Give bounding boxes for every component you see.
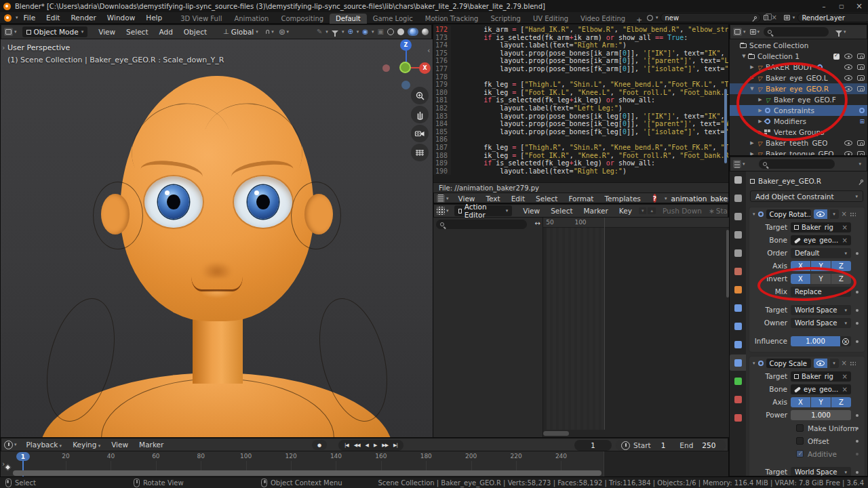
- properties-tab-object[interactable]: [730, 281, 746, 298]
- animate-dot[interactable]: [856, 414, 859, 417]
- axis-toggle-y[interactable]: Y: [811, 274, 831, 284]
- rig-control-ear-right[interactable]: [291, 182, 341, 249]
- tab-3d-view-full[interactable]: 3D View Full: [174, 14, 228, 24]
- tab-uv-editing[interactable]: UV Editing: [527, 14, 574, 24]
- next-keyframe-button[interactable]: ▶▶: [380, 443, 390, 448]
- code-line[interactable]: 188 ik_leg = ["Foot_IK.R", "Knee.R", "Fo…: [433, 152, 729, 160]
- tab-default[interactable]: Default: [330, 14, 367, 24]
- start-value[interactable]: 1: [661, 441, 666, 449]
- constraint-enable-toggle[interactable]: [814, 209, 827, 219]
- visibility-eye-icon[interactable]: [844, 86, 852, 92]
- xray-toggle-icon[interactable]: ▣: [378, 28, 384, 35]
- collapse-icon[interactable]: ▼: [741, 54, 747, 59]
- dope-ruler[interactable]: 50100: [543, 218, 730, 228]
- expand-icon[interactable]: ▶: [757, 108, 764, 113]
- axis-toggle-z[interactable]: Z: [831, 261, 851, 271]
- outliner-row-vertex-groups[interactable]: ▶Vertex Groups: [730, 127, 868, 138]
- properties-tab-view-layer[interactable]: [730, 226, 746, 243]
- properties-tab-modifiers[interactable]: [730, 300, 746, 316]
- shading-wireframe-icon[interactable]: [387, 28, 394, 35]
- dope-mode-selector[interactable]: Action Editor ▾: [454, 205, 513, 216]
- timeline-scrollbar[interactable]: [13, 470, 601, 476]
- axis-toggle-y[interactable]: Y: [811, 261, 831, 271]
- dopesheet-menu-select[interactable]: Select: [545, 207, 578, 215]
- blender-menu-icon[interactable]: [4, 14, 12, 22]
- viewport-menu-select[interactable]: Select: [121, 28, 153, 36]
- dopesheet-menu-marker[interactable]: Marker: [578, 207, 614, 215]
- gizmo-neg-z-axis[interactable]: [401, 81, 410, 89]
- clear-icon[interactable]: ×: [842, 224, 848, 231]
- expand-icon[interactable]: ▶: [757, 119, 764, 124]
- animate-dot[interactable]: [856, 440, 859, 443]
- toolbar-toggle-icon[interactable]: ›: [2, 43, 5, 52]
- render-visibility-icon[interactable]: [857, 64, 865, 70]
- dropdown-field[interactable]: World Space▾: [791, 305, 851, 315]
- collection-checkbox[interactable]: [833, 54, 840, 60]
- viewport-menu-view[interactable]: View: [93, 28, 121, 36]
- keyframe-region[interactable]: 50100: [543, 218, 730, 438]
- editor-type-dropdown[interactable]: ▾: [1, 441, 20, 449]
- filter-visibility-icon[interactable]: [332, 30, 338, 34]
- clear-icon[interactable]: ×: [842, 386, 848, 393]
- viewport-canvas[interactable]: › User Perspective (1) Scene Collection …: [1, 39, 433, 438]
- add-object-constraint-button[interactable]: Add Object Constraint ▾: [750, 190, 863, 202]
- play-reverse-button[interactable]: ◀: [363, 443, 370, 448]
- properties-tab-tool[interactable]: [730, 171, 746, 188]
- end-value[interactable]: 250: [702, 441, 715, 449]
- gizmos-toggle-icon[interactable]: ⊕: [347, 28, 353, 35]
- render-visibility-icon[interactable]: [857, 140, 865, 146]
- menu-render[interactable]: Render: [65, 14, 101, 22]
- mode-selector[interactable]: Object Mode ▾: [22, 26, 88, 37]
- checkbox[interactable]: [796, 424, 804, 432]
- render-visibility-icon[interactable]: [857, 75, 865, 81]
- stash-button[interactable]: Sta: [716, 207, 728, 215]
- editor-type-dropdown[interactable]: ▾: [730, 160, 748, 168]
- expand-icon[interactable]: ▶: [757, 97, 764, 102]
- code-line[interactable]: 184 layout.prop(pose_bones[ik_leg[0]], '…: [433, 120, 729, 128]
- view-layer-field[interactable]: RenderLayer: [797, 13, 868, 22]
- timeline-menu-keying[interactable]: Keying ▾: [67, 441, 106, 449]
- dropdown-field[interactable]: World Space▾: [791, 467, 851, 476]
- expand-icon[interactable]: ▶: [757, 129, 764, 135]
- pin-icon[interactable]: [860, 179, 864, 183]
- properties-tab-particles[interactable]: [730, 318, 746, 334]
- zoom-tool-button[interactable]: [411, 87, 429, 104]
- animate-dot[interactable]: [856, 252, 859, 255]
- render-visibility-icon[interactable]: [857, 151, 865, 156]
- breadcrumb-object-name[interactable]: Baker_eye_GEO.R: [758, 177, 821, 185]
- expand-icon[interactable]: ▶: [749, 64, 755, 70]
- minimize-button[interactable]: [815, 0, 833, 12]
- constraint-name-field[interactable]: Copy Scale: [766, 359, 811, 368]
- axis-toggle-z[interactable]: Z: [831, 397, 851, 407]
- jump-to-end-button[interactable]: ▶|: [391, 443, 399, 448]
- delete-constraint-icon[interactable]: ×: [842, 211, 847, 218]
- collapse-icon[interactable]: ▾: [753, 361, 755, 366]
- clear-icon[interactable]: ×: [842, 237, 848, 244]
- constraint-extras-dropdown[interactable]: ▾: [830, 209, 839, 219]
- checkbox[interactable]: [796, 450, 804, 458]
- view-layer-icon[interactable]: [784, 15, 790, 20]
- properties-tab-physics[interactable]: [730, 336, 746, 352]
- render-visibility-icon[interactable]: [857, 86, 865, 92]
- dopesheet-menu-view[interactable]: View: [517, 207, 545, 215]
- channel-region[interactable]: ↔: [433, 218, 543, 438]
- code-line[interactable]: 176 layout.prop(pose_bones[ik_arm[0]], '…: [433, 57, 729, 65]
- editor-type-dropdown[interactable]: ▾: [434, 207, 452, 215]
- gizmo-y-axis[interactable]: [399, 62, 411, 73]
- constraint-enable-toggle[interactable]: [814, 359, 827, 368]
- texteditor-menu-select[interactable]: Select: [530, 195, 563, 203]
- expand-icon[interactable]: ▶: [749, 75, 755, 81]
- outliner-row-modifiers[interactable]: ▶Modifiers⊞: [730, 116, 868, 127]
- remove-driver-button[interactable]: [840, 336, 851, 346]
- display-mode-icon[interactable]: [750, 29, 756, 35]
- properties-tab-output[interactable]: [730, 208, 746, 224]
- editor-type-dropdown[interactable]: ▾: [1, 28, 20, 36]
- gizmo-neg-x-axis[interactable]: [382, 64, 390, 72]
- shading-rendered-icon[interactable]: [422, 28, 429, 35]
- code-line[interactable]: 178: [433, 73, 729, 81]
- play-button[interactable]: ▶: [372, 443, 378, 448]
- move-view-button[interactable]: [411, 106, 429, 123]
- pin-icon[interactable]: [754, 16, 758, 20]
- clear-icon[interactable]: ×: [842, 373, 848, 380]
- expand-icon[interactable]: ▶: [749, 151, 755, 156]
